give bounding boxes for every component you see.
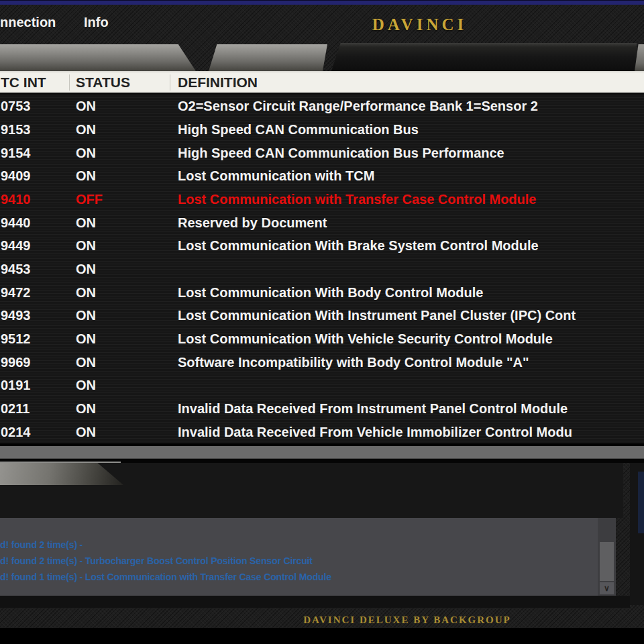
log-lines: d! found 2 time(s) -d! found 2 time(s) -… [0,537,594,585]
log-scrollbar-track[interactable]: ∨ [598,518,616,596]
dtc-status-cell: ON [76,121,96,137]
dtc-definition-cell: High Speed CAN Communication Bus [178,121,419,137]
dtc-code-cell: 0191 [1,378,31,393]
dtc-table-row[interactable]: 0191 ON [0,374,644,397]
dtc-status-cell: ON [76,168,96,184]
dtc-definition-cell: Lost Communication With Vehicle Security… [178,331,553,346]
dtc-definition-cell: Invalid Data Received From Instrument Pa… [178,400,568,416]
dtc-code-cell: 9154 [1,145,31,160]
dtc-table-body: 0753 ON O2=Sensor Circuit Range/Performa… [0,95,644,443]
dtc-code-cell: 9449 [1,238,31,254]
dtc-table-row[interactable]: 0211 ON Invalid Data Received From Instr… [0,397,644,421]
dtc-table-row[interactable]: 9493 ON Lost Communication With Instrume… [0,304,644,327]
dtc-code-cell: 0753 [1,99,31,114]
log-line: d! found 2 time(s) - [0,537,558,553]
dtc-table-row[interactable]: 0214 ON Invalid Data Received From Vehic… [0,420,644,443]
dtc-definition-cell: Software Incompatibility with Body Contr… [178,354,529,370]
dtc-code-cell: 9969 [1,354,31,370]
dtc-table-row[interactable]: 9154 ON High Speed CAN Communication Bus… [0,141,644,164]
dtc-definition-cell: Lost Communication with TCM [178,168,374,184]
log-line: d! found 1 time(s) - Lost Communication … [0,569,558,585]
dtc-status-cell: ON [76,378,96,393]
column-separator [69,74,70,91]
dtc-table-row[interactable]: 9410 OFF Lost Communication with Transfe… [0,188,644,211]
tab-middle[interactable] [209,44,327,71]
dtc-status-cell: ON [76,261,96,276]
chevron-down-icon: ∨ [604,584,610,593]
dtc-definition-cell: Reserved by Document [178,215,327,230]
dtc-table-row[interactable]: 9453 ON [0,258,644,281]
dtc-status-cell: ON [76,400,96,416]
dtc-table-row[interactable]: 9153 ON High Speed CAN Communication Bus [0,118,644,142]
dtc-definition-cell: Invalid Data Received From Vehicle Immob… [178,424,572,439]
dtc-table-row[interactable]: 9449 ON Lost Communication With Brake Sy… [0,234,644,258]
menu-item-info[interactable]: Info [84,15,109,30]
dtc-definition-cell: Lost Communication With Instrument Panel… [178,308,576,323]
dtc-code-cell: 9472 [1,284,31,300]
dtc-table-header: TC INT STATUS DEFINITION [0,71,644,95]
dtc-code-cell: 9153 [1,121,31,137]
log-line: d! found 2 time(s) - Turbocharger Boost … [0,553,558,569]
tab-left[interactable] [0,44,196,71]
lower-tab-highlight [0,462,121,463]
dtc-table-row[interactable]: 9440 ON Reserved by Document [0,211,644,234]
dtc-table-row[interactable]: 9969 ON Software Incompatibility with Bo… [0,350,644,374]
dtc-status-cell: ON [76,284,96,300]
dtc-table-row[interactable]: 9512 ON Lost Communication With Vehicle … [0,327,644,351]
dtc-status-cell: ON [76,99,96,114]
menu-bar: nnection Info DAVINCI [0,5,644,42]
dtc-status-cell: ON [76,145,96,160]
results-log-panel: d! found 2 time(s) -d! found 2 time(s) -… [0,518,616,596]
dtc-status-cell: ON [76,238,96,254]
davinci-app-window: nnection Info DAVINCI TC INT STATUS DEFI… [0,0,644,644]
bottom-letterbox [0,628,644,644]
log-scroll-down-button[interactable]: ∨ [600,582,614,594]
column-header-dtc-int[interactable]: TC INT [1,74,46,91]
dtc-code-cell: 0214 [1,424,31,439]
dtc-code-cell: 9410 [1,191,31,207]
table-horizontal-scrollbar[interactable] [0,446,644,459]
menu-item-connection[interactable]: nnection [0,15,56,30]
dtc-status-cell: ON [76,354,96,370]
tab-active-dark[interactable] [331,43,637,71]
right-edge-accent [638,472,644,533]
log-bottom-strip [0,596,630,608]
dtc-table-row[interactable]: 9409 ON Lost Communication with TCM [0,164,644,188]
dtc-status-cell: ON [76,424,96,439]
dtc-definition-cell: O2=Sensor Circuit Range/Performance Bank… [178,99,538,114]
dtc-status-cell: ON [76,215,96,230]
window-top-accent-bar [0,0,644,5]
dtc-status-cell: ON [76,308,96,323]
column-separator [170,74,170,91]
dtc-code-cell: 0211 [1,400,30,416]
column-header-status[interactable]: STATUS [76,74,130,91]
app-title: DAVINCI [368,15,472,34]
dtc-code-cell: 9440 [1,215,31,230]
dtc-code-cell: 9409 [1,168,31,184]
dtc-code-cell: 9512 [1,331,31,346]
dtc-status-cell: OFF [76,191,103,207]
dtc-table-row[interactable]: 0753 ON O2=Sensor Circuit Range/Performa… [0,95,644,118]
dtc-definition-cell: Lost Communication with Transfer Case Co… [178,191,536,207]
dtc-definition-cell: Lost Communication With Brake System Con… [178,238,539,254]
dtc-code-cell: 9493 [1,308,31,323]
column-header-definition[interactable]: DEFINITION [178,74,258,91]
footer-branding: DAVINCI DELUXE BY BACKGROUP [286,612,528,628]
dtc-code-cell: 9453 [1,261,31,276]
dtc-table-row[interactable]: 9472 ON Lost Communication With Body Con… [0,280,644,304]
dtc-definition-cell: High Speed CAN Communication Bus Perform… [178,145,504,160]
log-scrollbar-thumb[interactable] [600,542,614,581]
dtc-status-cell: ON [76,331,96,346]
dtc-definition-cell: Lost Communication With Body Control Mod… [178,284,483,300]
